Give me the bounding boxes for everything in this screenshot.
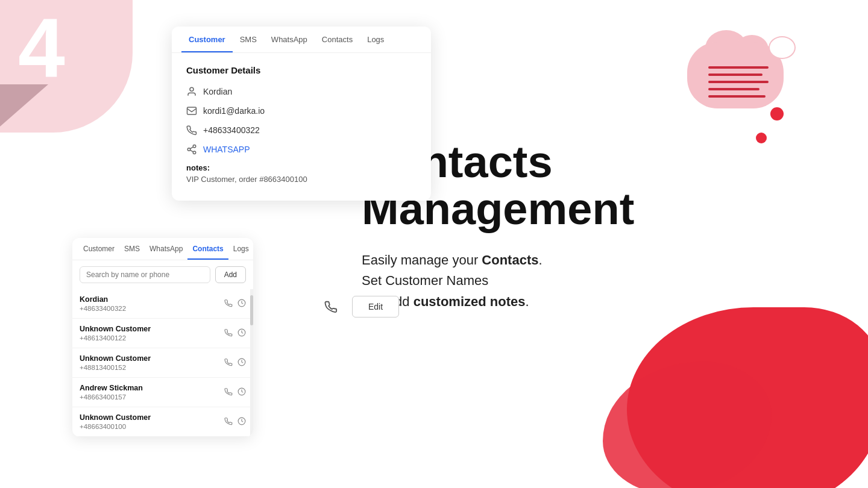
- contact-call-icon[interactable]: [224, 328, 233, 339]
- subtext-part1: Easily manage your: [362, 252, 482, 267]
- svg-line-6: [190, 147, 193, 149]
- contacts-list-card: Customer SMS WhatsApp Contacts Logs Add …: [72, 238, 253, 437]
- svg-point-0: [190, 87, 193, 91]
- contacts-tab-customer[interactable]: Customer: [78, 238, 119, 260]
- contact-name: Kordian: [80, 295, 224, 304]
- contacts-add-button[interactable]: Add: [215, 266, 246, 283]
- cloud-illustration: [675, 30, 796, 127]
- customer-whatsapp-row: WHATSAPP: [186, 144, 417, 155]
- contacts-search-row: Add: [72, 260, 253, 289]
- contact-name: Unknown Customer: [80, 413, 224, 422]
- list-item: Unknown Customer +48663400100: [72, 407, 253, 437]
- contacts-list: Kordian +48633400322 Unknown Customer +4…: [72, 289, 253, 437]
- subtext-bold1: Contacts: [482, 252, 538, 267]
- customer-details-title: Customer Details: [186, 65, 417, 75]
- contacts-tab-sms[interactable]: SMS: [119, 238, 145, 260]
- customer-card-tabs: Customer SMS WhatsApp Contacts Logs: [172, 27, 431, 53]
- edit-button[interactable]: Edit: [352, 296, 399, 318]
- list-item: Unknown Customer +48613400122: [72, 319, 253, 348]
- customer-details-card: Customer SMS WhatsApp Contacts Logs Cust…: [172, 27, 431, 201]
- phone-action-icon[interactable]: [319, 295, 342, 318]
- contacts-tab-logs[interactable]: Logs: [228, 238, 253, 260]
- contact-phone: +48663400100: [80, 423, 224, 430]
- customer-phone: +48633400322: [203, 125, 260, 135]
- contacts-tab-whatsapp[interactable]: WhatsApp: [145, 238, 187, 260]
- share-icon: [186, 144, 197, 155]
- contact-history-icon[interactable]: [237, 299, 246, 309]
- svg-rect-1: [187, 107, 197, 114]
- phone-icon: [186, 125, 197, 136]
- tab-whatsapp[interactable]: WhatsApp: [264, 27, 315, 52]
- tab-customer[interactable]: Customer: [181, 27, 233, 52]
- contact-history-icon[interactable]: [237, 417, 246, 427]
- subtext-bold2: customized notes: [414, 294, 526, 309]
- contact-phone: +48813400152: [80, 364, 224, 371]
- notes-section: notes: VIP Customer, order #8663400100: [186, 163, 417, 184]
- customer-email-row: kordi1@darka.io: [186, 105, 417, 116]
- customer-email: kordi1@darka.io: [203, 106, 265, 116]
- list-item: Kordian +48633400322: [72, 289, 253, 319]
- customer-phone-row: +48633400322: [186, 125, 417, 136]
- sub-text: Easily manage your Contacts. Set Custome…: [362, 250, 699, 311]
- contact-phone: +48633400322: [80, 305, 224, 312]
- notes-label: notes:: [186, 163, 417, 172]
- notes-value: VIP Customer, order #8663400100: [186, 175, 417, 184]
- contact-history-icon[interactable]: [237, 387, 246, 398]
- step-number: 4: [18, 6, 65, 90]
- tab-contacts[interactable]: Contacts: [315, 27, 360, 52]
- list-item: Andrew Stickman +48663400157: [72, 378, 253, 407]
- scrollbar-thumb[interactable]: [250, 295, 253, 325]
- contact-history-icon[interactable]: [237, 358, 246, 368]
- contact-name: Unknown Customer: [80, 325, 224, 333]
- scrollbar-track: [250, 289, 253, 437]
- contact-name: Andrew Stickman: [80, 384, 224, 392]
- contact-name: Unknown Customer: [80, 354, 224, 363]
- person-icon: [186, 86, 197, 97]
- contact-phone: +48663400157: [80, 393, 224, 401]
- contact-call-icon[interactable]: [224, 387, 233, 398]
- svg-point-2: [193, 145, 196, 148]
- contact-call-icon[interactable]: [224, 299, 233, 309]
- customer-whatsapp: WHATSAPP: [203, 145, 250, 154]
- svg-point-4: [193, 151, 196, 154]
- tab-sms[interactable]: SMS: [233, 27, 264, 52]
- red-dot-decoration: [756, 133, 767, 143]
- list-item: Unknown Customer +48813400152: [72, 348, 253, 378]
- contacts-tab-contacts[interactable]: Contacts: [187, 238, 228, 260]
- contact-call-icon[interactable]: [224, 417, 233, 427]
- customer-name: Kordian: [203, 87, 232, 96]
- customer-name-row: Kordian: [186, 86, 417, 97]
- email-icon: [186, 105, 197, 116]
- contacts-search-input[interactable]: [80, 266, 210, 283]
- contact-call-icon[interactable]: [224, 358, 233, 368]
- svg-point-3: [187, 148, 190, 151]
- svg-line-5: [190, 150, 193, 152]
- contacts-card-tabs: Customer SMS WhatsApp Contacts Logs: [72, 238, 253, 260]
- tab-logs[interactable]: Logs: [360, 27, 391, 52]
- contact-phone: +48613400122: [80, 334, 224, 342]
- contact-history-icon[interactable]: [237, 328, 246, 339]
- card-actions: Edit: [319, 295, 399, 318]
